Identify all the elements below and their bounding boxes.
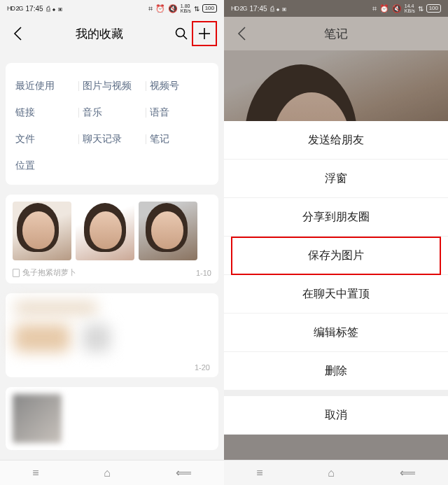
right-content: 发送给朋友 浮窗 分享到朋友圈 保存为图片 在聊天中置顶 编辑标签 删除 取消 [224, 50, 448, 460]
category-item[interactable]: 位置 [11, 153, 78, 179]
sheet-send-to-friend[interactable]: 发送给朋友 [224, 121, 448, 160]
left-content: 最近使用 图片与视频 视频号 链接 音乐 语音 文件 聊天记录 笔记 位置 [0, 50, 224, 460]
search-button[interactable] [171, 27, 192, 41]
sheet-save-as-image[interactable]: 保存为图片 [224, 237, 448, 275]
sheet-share-moments[interactable]: 分享到朋友圈 [224, 198, 448, 237]
svg-point-0 [176, 29, 185, 37]
bluetooth-icon: ⌗ [148, 4, 153, 13]
category-card: 最近使用 图片与视频 视频号 链接 音乐 语音 文件 聊天记录 笔记 位置 [6, 63, 218, 185]
page-title: 我的收藏 [28, 26, 171, 42]
status-bar: HD 2G 17:45 ⎙ ⬥ ▣ ⌗ ⏰ 🔇 1.80KB/s ⇅ 100 [0, 0, 224, 17]
category-item[interactable]: 文件 [11, 126, 78, 153]
add-button[interactable] [192, 21, 217, 46]
status-time: 17:45 [26, 5, 43, 13]
sheet-cancel[interactable]: 取消 [224, 396, 448, 435]
action-sheet: 发送给朋友 浮窗 分享到朋友圈 保存为图片 在聊天中置顶 编辑标签 删除 取消 [224, 121, 448, 435]
favorites-item-blurred[interactable]: 1-20 [6, 293, 218, 377]
category-item[interactable]: 链接 [11, 99, 78, 126]
category-item[interactable]: 图片与视频 [78, 73, 146, 99]
left-phone: HD 2G 17:45 ⎙ ⬥ ▣ ⌗ ⏰ 🔇 1.80KB/s ⇅ 100 我… [0, 0, 224, 485]
svg-line-1 [183, 36, 187, 39]
category-item[interactable]: 聊天记录 [78, 126, 146, 153]
sys-back-button[interactable]: ⟸ [176, 466, 192, 479]
wifi-icon: ⇅ [418, 5, 424, 13]
battery-indicator: 100 [202, 4, 217, 13]
item-date: 1-10 [196, 269, 211, 277]
category-item[interactable]: 视频号 [146, 73, 213, 99]
sys-menu-button[interactable]: ≡ [32, 467, 38, 479]
sys-home-button[interactable]: ⌂ [328, 467, 335, 479]
page-title: 笔记 [252, 26, 420, 42]
battery-indicator: 100 [426, 4, 441, 13]
sheet-edit-tags[interactable]: 编辑标签 [224, 314, 448, 352]
note-icon [13, 269, 20, 277]
alarm-icon: ⏰ [379, 4, 389, 13]
back-button[interactable] [7, 26, 28, 41]
system-nav: ≡ ⌂ ⟸ [224, 460, 448, 485]
status-time: 17:45 [250, 5, 267, 13]
mute-icon: 🔇 [168, 4, 178, 13]
status-indicators: ⎙ ⬥ ▣ [46, 5, 63, 13]
back-button[interactable] [231, 26, 252, 41]
thumbnail-image [139, 202, 197, 260]
alarm-icon: ⏰ [155, 4, 165, 13]
sheet-delete[interactable]: 删除 [224, 352, 448, 391]
mute-icon: 🔇 [392, 4, 402, 13]
net-speed: 14.4KB/s [405, 3, 415, 13]
nav-bar: 笔记 [224, 17, 448, 50]
nav-bar: 我的收藏 [0, 17, 224, 50]
item-author: 兔子抱紧胡萝卜 [13, 267, 76, 278]
thumbnail-image [76, 202, 134, 260]
category-item[interactable]: 语音 [146, 99, 213, 126]
favorites-item[interactable]: 兔子抱紧胡萝卜 1-10 [6, 195, 218, 283]
favorites-item-blurred[interactable] [6, 387, 218, 450]
thumbnail-image [13, 394, 62, 443]
sys-home-button[interactable]: ⌂ [104, 467, 111, 479]
thumbnail-row [13, 202, 211, 260]
bluetooth-icon: ⌗ [372, 4, 377, 13]
category-item[interactable]: 最近使用 [11, 73, 78, 99]
net-speed: 1.80KB/s [181, 3, 191, 13]
network-icon: HD 2G [7, 5, 23, 12]
system-nav: ≡ ⌂ ⟸ [0, 460, 224, 485]
sys-menu-button[interactable]: ≡ [256, 467, 262, 479]
sheet-pin-in-chat[interactable]: 在聊天中置顶 [224, 275, 448, 314]
sheet-float-window[interactable]: 浮窗 [224, 160, 448, 198]
status-bar: HD 2G 17:45 ⎙ ⬥ ▣ ⌗ ⏰ 🔇 14.4KB/s ⇅ 100 [224, 0, 448, 17]
right-phone: HD 2G 17:45 ⎙ ⬥ ▣ ⌗ ⏰ 🔇 14.4KB/s ⇅ 100 笔… [224, 0, 448, 485]
thumbnail-image [13, 202, 71, 260]
wifi-icon: ⇅ [194, 5, 200, 13]
status-indicators: ⎙ ⬥ ▣ [270, 5, 287, 13]
sys-back-button[interactable]: ⟸ [400, 466, 416, 479]
category-item[interactable]: 笔记 [146, 126, 213, 153]
network-icon: HD 2G [231, 5, 247, 12]
item-date: 1-20 [195, 363, 210, 372]
category-item[interactable]: 音乐 [78, 99, 146, 126]
